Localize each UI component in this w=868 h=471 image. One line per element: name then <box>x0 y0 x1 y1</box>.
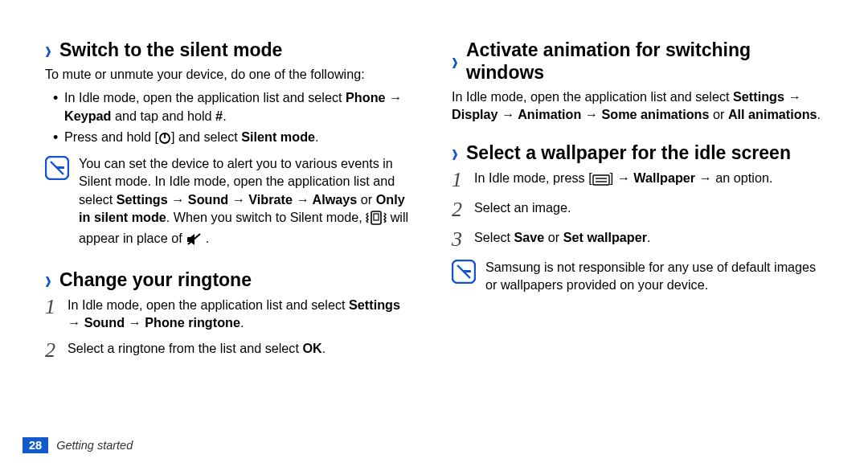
heading-row: › Select a wallpaper for the idle screen <box>452 141 823 164</box>
step-1: 1 In Idle mode, open the application lis… <box>45 296 416 332</box>
step-number: 1 <box>45 296 68 317</box>
heading-silent: Switch to the silent mode <box>59 39 282 61</box>
heading-row: › Switch to the silent mode <box>45 39 416 61</box>
note-icon <box>452 260 476 287</box>
menu-icon <box>592 172 610 190</box>
chevron-icon: › <box>452 140 458 166</box>
svg-rect-6 <box>374 214 379 220</box>
page-footer: 28 Getting started <box>23 437 133 453</box>
power-icon <box>158 131 171 149</box>
section-animation: › Activate animation for switching windo… <box>452 39 823 124</box>
step-number: 2 <box>45 339 68 361</box>
svg-rect-8 <box>593 175 609 185</box>
svg-rect-5 <box>371 211 381 224</box>
step-2: 2 Select an image. <box>452 199 823 220</box>
vibrate-phone-icon <box>366 211 387 229</box>
svg-rect-4 <box>56 166 64 169</box>
note-silent: You can set the device to alert you to v… <box>45 154 416 251</box>
section-silent-mode: › Switch to the silent mode To mute or u… <box>45 39 416 251</box>
heading-row: › Change your ringtone <box>45 268 416 291</box>
step-number: 3 <box>452 228 474 250</box>
heading-ringtone: Change your ringtone <box>59 268 252 291</box>
right-column: › Activate animation for switching windo… <box>452 39 823 379</box>
svg-rect-13 <box>463 270 471 272</box>
note-silent-text: You can set the device to alert you to v… <box>79 154 416 251</box>
page-number-badge: 28 <box>23 437 48 453</box>
chevron-icon: › <box>45 267 51 293</box>
heading-animation: Activate animation for switching windows <box>466 39 823 84</box>
section-ringtone: › Change your ringtone 1 In Idle mode, o… <box>45 268 416 362</box>
step-number: 2 <box>452 199 474 220</box>
silent-bullets: In Idle mode, open the application list … <box>45 88 416 149</box>
heading-wallpaper: Select a wallpaper for the idle screen <box>466 141 791 164</box>
section-wallpaper: › Select a wallpaper for the idle screen… <box>452 141 823 294</box>
footer-section-title: Getting started <box>56 439 133 452</box>
step-1: 1 In Idle mode, press [] → Wallpaper → a… <box>452 169 823 190</box>
step-2: 2 Select a ringtone from the list and se… <box>45 339 416 361</box>
bullet-power-silent: Press and hold [] and select Silent mode… <box>53 128 416 149</box>
animation-para: In Idle mode, open the application list … <box>452 88 823 124</box>
chevron-icon: › <box>452 48 458 74</box>
speaker-mute-icon <box>186 232 202 250</box>
note-wallpaper-text: Samsung is not responsible for any use o… <box>485 258 823 294</box>
note-icon <box>45 156 69 183</box>
step-3: 3 Select Save or Set wallpaper. <box>452 228 823 250</box>
step-number: 1 <box>452 169 474 190</box>
note-wallpaper: Samsung is not responsible for any use o… <box>452 258 823 294</box>
left-column: › Switch to the silent mode To mute or u… <box>45 39 416 379</box>
silent-intro: To mute or unmute your device, do one of… <box>45 66 416 84</box>
bullet-phone-keypad: In Idle mode, open the application list … <box>53 88 416 125</box>
heading-row: › Activate animation for switching windo… <box>452 39 823 84</box>
chevron-icon: › <box>45 37 51 63</box>
page-spread: › Switch to the silent mode To mute or u… <box>0 0 868 379</box>
